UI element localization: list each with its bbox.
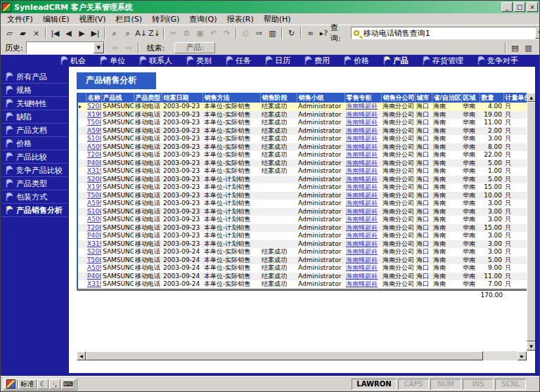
nav-tab-category[interactable]: 类别 xyxy=(186,55,212,66)
sort-asc-icon[interactable]: A↓ xyxy=(134,27,148,40)
retail-counter-link[interactable]: 海南蜂新科 xyxy=(346,111,378,118)
column-header[interactable]: 产品类型 xyxy=(134,93,162,103)
product-name-link[interactable]: A509 xyxy=(87,143,101,150)
maximize-button[interactable]: □ xyxy=(514,2,525,12)
menu-item[interactable]: 报表(R) xyxy=(222,13,259,25)
table-row[interactable]: X199SAMSUNG移动电话2003-09-23本单位-计划销售Adminis… xyxy=(77,183,527,192)
table-row[interactable]: T508SAMSUNG移动电话2003-09-23本单位-计划销售Adminis… xyxy=(77,192,527,200)
close-button[interactable]: × xyxy=(527,2,538,12)
column-header[interactable]: 省/自治区 xyxy=(432,93,461,103)
table-row[interactable]: X319SAMSUNG移动电话2003-09-23本单位-计划销售Adminis… xyxy=(77,240,527,249)
history-combobox[interactable]: ▼ xyxy=(26,41,105,54)
retail-counter-link[interactable]: 海南蜂新科 xyxy=(346,183,378,190)
retail-counter-link[interactable]: 海南蜂新科 xyxy=(346,103,378,110)
row-selector[interactable] xyxy=(77,183,86,192)
retail-counter-link[interactable]: 海南蜂新科 xyxy=(346,248,378,255)
refresh-icon[interactable]: ↻ xyxy=(285,27,298,40)
retail-counter-link[interactable]: 海南蜂新科 xyxy=(346,200,378,207)
scroll-down-icon[interactable]: ▼ xyxy=(527,341,535,351)
nav-tab-competitor[interactable]: 竞争对手 xyxy=(477,55,518,66)
retail-counter-link[interactable]: 海南蜂新科 xyxy=(346,224,378,231)
nav-tab-calendar[interactable]: 日历 xyxy=(265,55,290,66)
row-selector[interactable] xyxy=(77,143,86,152)
table-row[interactable]: ▸S208SAMSUNG移动电话2003-09-23本单位-实际销售结案成功Ad… xyxy=(77,103,527,111)
column-header[interactable]: 区域 xyxy=(461,93,480,103)
product-name-link[interactable]: P408 xyxy=(87,232,101,239)
sidebar-item-specs[interactable]: 规格 xyxy=(2,84,68,97)
table-row[interactable]: A599SAMSUNG移动电话2003-09-23本单位-计划销售Adminis… xyxy=(77,200,527,208)
product-context-button[interactable]: 产品: xyxy=(174,42,215,53)
first-record-icon[interactable]: |◀ xyxy=(49,27,62,40)
nav-tab-product[interactable]: 产品 xyxy=(383,55,409,66)
product-name-link[interactable]: S108 xyxy=(87,135,101,142)
scroll-right-icon[interactable]: ▶ xyxy=(518,351,527,360)
row-selector[interactable] xyxy=(77,280,86,289)
product-name-link[interactable]: A599 xyxy=(87,127,101,134)
find-record-icon[interactable]: ⌕ xyxy=(121,27,134,40)
product-name-link[interactable]: T508 xyxy=(87,192,101,199)
nav-tab-contact[interactable]: 联系人 xyxy=(139,55,172,66)
log-book-icon[interactable]: ▤ xyxy=(508,41,522,55)
sort-desc-icon[interactable]: Z↓ xyxy=(148,27,161,40)
edit-record-icon[interactable]: ▰ xyxy=(16,27,30,40)
row-selector[interactable]: ▸ xyxy=(77,103,86,111)
ime-mode-button[interactable]: 标准 xyxy=(18,379,37,389)
column-header[interactable]: 零售专柜 xyxy=(345,93,381,103)
zoom-icon[interactable]: ⌕ xyxy=(108,27,121,40)
column-header[interactable]: 产品线 xyxy=(101,93,134,103)
table-row[interactable]: S108SAMSUNG移动电话2003-09-23本单位-实际销售结案成功Adm… xyxy=(77,135,527,143)
send-icon[interactable]: ⇨ xyxy=(252,27,266,40)
product-name-link[interactable]: X319 xyxy=(87,280,101,287)
table-row[interactable]: A509SAMSUNG移动电话2003-09-23本单位-计划销售Adminis… xyxy=(77,216,527,224)
retail-counter-link[interactable]: 海南蜂新科 xyxy=(346,256,378,263)
menu-item[interactable]: 视图(V) xyxy=(74,13,110,25)
row-selector[interactable] xyxy=(77,232,86,240)
product-name-link[interactable]: T508 xyxy=(87,256,101,263)
product-name-link[interactable]: T208 xyxy=(87,224,101,231)
history-dropdown-icon[interactable]: ▼ xyxy=(94,42,104,53)
row-selector[interactable] xyxy=(77,208,86,216)
binoculars-icon[interactable]: ∞ xyxy=(304,27,317,40)
product-name-link[interactable]: S208 xyxy=(87,248,101,255)
ime-keyboard-icon[interactable]: ⌨ xyxy=(61,379,75,389)
nav-tab-inventory[interactable]: 存货管理 xyxy=(423,55,463,66)
menu-item[interactable]: 帮助(H) xyxy=(259,13,296,25)
retail-counter-link[interactable]: 海南蜂新科 xyxy=(346,135,378,142)
product-name-link[interactable]: P408 xyxy=(87,159,101,166)
row-selector[interactable] xyxy=(77,248,86,256)
table-row[interactable]: S208SAMSUNG移动电话2003-09-24本单位-实际销售结案成功Adm… xyxy=(77,248,527,256)
table-row[interactable]: A509SAMSUNG移动电话2003-09-24本单位-实际销售结案成功Adm… xyxy=(77,264,527,273)
vertical-scrollbar[interactable]: ▲ ▼ xyxy=(527,93,535,351)
query-dropdown-icon[interactable]: ▼ xyxy=(535,27,540,39)
context-help-icon[interactable]: ▸? xyxy=(317,27,330,40)
row-selector[interactable] xyxy=(77,200,86,208)
retail-counter-link[interactable]: 海南蜂新科 xyxy=(346,167,378,174)
column-header[interactable]: 销售阶段 xyxy=(260,93,297,103)
product-name-link[interactable]: X319 xyxy=(87,240,101,247)
address-book-icon[interactable]: ▥ xyxy=(522,41,535,55)
row-selector[interactable] xyxy=(77,119,86,127)
row-selector[interactable] xyxy=(77,111,86,119)
nav-tab-opportunity[interactable]: 机会 xyxy=(60,55,86,66)
row-selector[interactable] xyxy=(77,216,86,224)
product-name-link[interactable]: X199 xyxy=(87,183,101,190)
column-header[interactable]: 城市 xyxy=(415,93,432,103)
horizontal-scroll-thumb[interactable] xyxy=(86,351,483,360)
next-record-icon[interactable]: ▶ xyxy=(75,27,89,40)
retail-counter-link[interactable]: 海南蜂新科 xyxy=(346,159,378,166)
product-name-link[interactable]: A599 xyxy=(87,200,101,207)
row-selector[interactable] xyxy=(77,256,86,265)
row-selector[interactable] xyxy=(77,192,86,200)
sidebar-item-all-products[interactable]: 所有产品 xyxy=(2,70,68,84)
table-row[interactable]: X319SAMSUNG移动电话2003-09-23本单位-实际销售结案成功Adm… xyxy=(77,167,527,176)
column-header[interactable]: 销售方法 xyxy=(202,93,260,103)
table-row[interactable]: T208SAMSUNG移动电话2003-09-23本单位-实际销售结案成功Adm… xyxy=(77,151,527,159)
row-selector[interactable] xyxy=(77,240,86,249)
nav-tab-task[interactable]: 任务 xyxy=(226,55,251,66)
row-selector[interactable] xyxy=(77,127,86,136)
product-name-link[interactable]: T208 xyxy=(87,151,101,158)
table-row[interactable]: S108SAMSUNG移动电话2003-09-23本单位-计划销售Adminis… xyxy=(77,208,527,216)
table-row[interactable]: A599SAMSUNG移动电话2003-09-23本单位-实际销售结案成功Adm… xyxy=(77,127,527,136)
scroll-up-icon[interactable]: ▲ xyxy=(527,93,535,102)
menu-item[interactable]: 转到(G) xyxy=(147,13,184,25)
